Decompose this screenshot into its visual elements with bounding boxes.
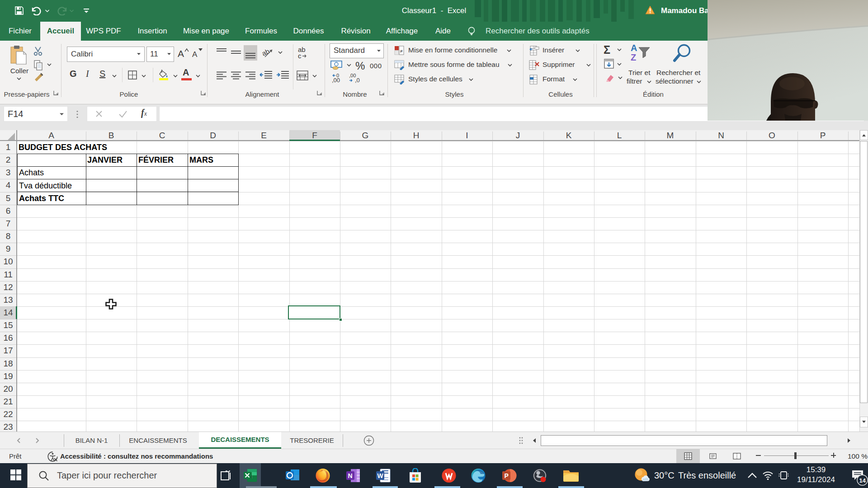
svg-text:c: c (298, 52, 302, 60)
svg-text:,0: ,0 (355, 77, 360, 83)
svg-text:W: W (377, 472, 384, 479)
svg-text:N: N (348, 472, 353, 479)
svg-text:P: P (505, 472, 509, 479)
svg-text:14: 14 (859, 477, 866, 484)
svg-text:≠: ≠ (400, 48, 403, 54)
svg-text:0: 0 (336, 73, 339, 78)
